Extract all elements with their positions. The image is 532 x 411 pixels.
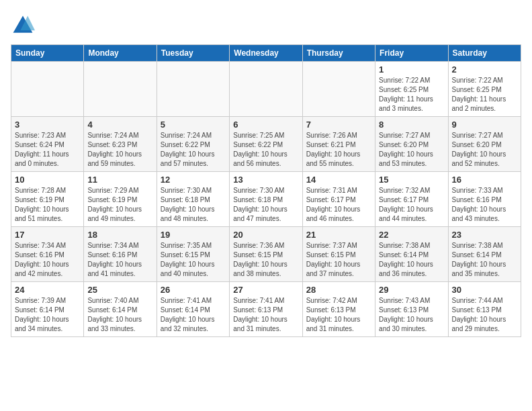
day-number: 25: [87, 285, 152, 295]
calendar-day-6: 6Sunrise: 7:25 AM Sunset: 6:22 PM Daylig…: [230, 117, 302, 172]
calendar-day-29: 29Sunrise: 7:43 AM Sunset: 6:13 PM Dayli…: [375, 282, 448, 337]
calendar-day-18: 18Sunrise: 7:34 AM Sunset: 6:16 PM Dayli…: [84, 227, 157, 282]
calendar-day-12: 12Sunrise: 7:30 AM Sunset: 6:18 PM Dayli…: [157, 172, 229, 227]
day-number: 23: [452, 230, 517, 240]
day-info: Sunrise: 7:24 AM Sunset: 6:23 PM Dayligh…: [87, 131, 152, 169]
calendar-day-5: 5Sunrise: 7:24 AM Sunset: 6:22 PM Daylig…: [157, 117, 229, 172]
calendar-day-empty: [302, 62, 375, 117]
calendar-day-27: 27Sunrise: 7:41 AM Sunset: 6:13 PM Dayli…: [230, 282, 302, 337]
calendar-day-9: 9Sunrise: 7:27 AM Sunset: 6:20 PM Daylig…: [448, 117, 521, 172]
logo: [11, 13, 38, 38]
calendar-day-16: 16Sunrise: 7:33 AM Sunset: 6:16 PM Dayli…: [448, 172, 521, 227]
day-info: Sunrise: 7:22 AM Sunset: 6:25 PM Dayligh…: [379, 76, 444, 113]
calendar-day-empty: [11, 62, 84, 117]
day-info: Sunrise: 7:34 AM Sunset: 6:16 PM Dayligh…: [15, 241, 80, 279]
day-info: Sunrise: 7:27 AM Sunset: 6:20 PM Dayligh…: [379, 131, 444, 169]
day-info: Sunrise: 7:31 AM Sunset: 6:17 PM Dayligh…: [306, 186, 371, 224]
calendar-day-13: 13Sunrise: 7:30 AM Sunset: 6:18 PM Dayli…: [230, 172, 302, 227]
page-header: [11, 11, 521, 38]
day-number: 15: [379, 175, 444, 185]
day-info: Sunrise: 7:41 AM Sunset: 6:13 PM Dayligh…: [233, 296, 298, 334]
day-info: Sunrise: 7:39 AM Sunset: 6:14 PM Dayligh…: [15, 296, 80, 334]
day-number: 10: [15, 175, 80, 185]
day-info: Sunrise: 7:42 AM Sunset: 6:13 PM Dayligh…: [306, 296, 371, 334]
day-number: 24: [15, 285, 80, 295]
col-header-monday: Monday: [84, 45, 157, 62]
calendar-day-2: 2Sunrise: 7:22 AM Sunset: 6:25 PM Daylig…: [448, 62, 521, 117]
day-info: Sunrise: 7:43 AM Sunset: 6:13 PM Dayligh…: [379, 296, 444, 334]
calendar-day-28: 28Sunrise: 7:42 AM Sunset: 6:13 PM Dayli…: [302, 282, 375, 337]
day-number: 2: [452, 64, 517, 75]
day-number: 27: [233, 285, 298, 295]
day-number: 22: [379, 230, 444, 240]
day-info: Sunrise: 7:30 AM Sunset: 6:18 PM Dayligh…: [161, 186, 226, 224]
day-number: 18: [87, 230, 152, 240]
calendar-week-row: 1Sunrise: 7:22 AM Sunset: 6:25 PM Daylig…: [11, 62, 521, 117]
day-number: 28: [306, 285, 371, 295]
col-header-saturday: Saturday: [448, 45, 521, 62]
calendar-day-4: 4Sunrise: 7:24 AM Sunset: 6:23 PM Daylig…: [84, 117, 157, 172]
calendar-week-row: 24Sunrise: 7:39 AM Sunset: 6:14 PM Dayli…: [11, 282, 521, 337]
day-info: Sunrise: 7:34 AM Sunset: 6:16 PM Dayligh…: [87, 241, 152, 279]
calendar-day-7: 7Sunrise: 7:26 AM Sunset: 6:21 PM Daylig…: [302, 117, 375, 172]
day-info: Sunrise: 7:29 AM Sunset: 6:19 PM Dayligh…: [87, 186, 152, 224]
day-number: 4: [87, 120, 152, 130]
day-number: 26: [161, 285, 226, 295]
day-info: Sunrise: 7:28 AM Sunset: 6:19 PM Dayligh…: [15, 186, 80, 224]
day-number: 21: [306, 230, 371, 240]
calendar-week-row: 10Sunrise: 7:28 AM Sunset: 6:19 PM Dayli…: [11, 172, 521, 227]
calendar-week-row: 3Sunrise: 7:23 AM Sunset: 6:24 PM Daylig…: [11, 117, 521, 172]
col-header-friday: Friday: [375, 45, 448, 62]
day-number: 6: [233, 120, 298, 130]
calendar-day-30: 30Sunrise: 7:44 AM Sunset: 6:13 PM Dayli…: [448, 282, 521, 337]
day-info: Sunrise: 7:23 AM Sunset: 6:24 PM Dayligh…: [15, 131, 80, 169]
day-number: 30: [452, 285, 517, 295]
day-number: 16: [452, 175, 517, 185]
day-info: Sunrise: 7:27 AM Sunset: 6:20 PM Dayligh…: [452, 131, 517, 169]
calendar-day-17: 17Sunrise: 7:34 AM Sunset: 6:16 PM Dayli…: [11, 227, 84, 282]
day-number: 11: [87, 175, 152, 185]
day-info: Sunrise: 7:44 AM Sunset: 6:13 PM Dayligh…: [452, 296, 517, 334]
day-number: 1: [379, 64, 444, 75]
col-header-wednesday: Wednesday: [230, 45, 302, 62]
calendar-day-23: 23Sunrise: 7:38 AM Sunset: 6:14 PM Dayli…: [448, 227, 521, 282]
day-number: 19: [161, 230, 226, 240]
day-info: Sunrise: 7:38 AM Sunset: 6:14 PM Dayligh…: [379, 241, 444, 279]
day-number: 17: [15, 230, 80, 240]
day-number: 20: [233, 230, 298, 240]
calendar-day-11: 11Sunrise: 7:29 AM Sunset: 6:19 PM Dayli…: [84, 172, 157, 227]
col-header-sunday: Sunday: [11, 45, 84, 62]
day-number: 12: [161, 175, 226, 185]
day-number: 14: [306, 175, 371, 185]
day-info: Sunrise: 7:40 AM Sunset: 6:14 PM Dayligh…: [87, 296, 152, 334]
day-number: 3: [15, 120, 80, 130]
day-number: 5: [161, 120, 226, 130]
day-number: 7: [306, 120, 371, 130]
day-info: Sunrise: 7:22 AM Sunset: 6:25 PM Dayligh…: [452, 76, 517, 113]
day-info: Sunrise: 7:41 AM Sunset: 6:14 PM Dayligh…: [161, 296, 226, 334]
day-number: 8: [379, 120, 444, 130]
day-info: Sunrise: 7:32 AM Sunset: 6:17 PM Dayligh…: [379, 186, 444, 224]
day-number: 29: [379, 285, 444, 295]
day-info: Sunrise: 7:25 AM Sunset: 6:22 PM Dayligh…: [233, 131, 298, 169]
day-info: Sunrise: 7:36 AM Sunset: 6:15 PM Dayligh…: [233, 241, 298, 279]
calendar-day-8: 8Sunrise: 7:27 AM Sunset: 6:20 PM Daylig…: [375, 117, 448, 172]
calendar-day-3: 3Sunrise: 7:23 AM Sunset: 6:24 PM Daylig…: [11, 117, 84, 172]
calendar-day-19: 19Sunrise: 7:35 AM Sunset: 6:15 PM Dayli…: [157, 227, 229, 282]
calendar-day-21: 21Sunrise: 7:37 AM Sunset: 6:15 PM Dayli…: [302, 227, 375, 282]
calendar-day-22: 22Sunrise: 7:38 AM Sunset: 6:14 PM Dayli…: [375, 227, 448, 282]
calendar-day-20: 20Sunrise: 7:36 AM Sunset: 6:15 PM Dayli…: [230, 227, 302, 282]
calendar-day-empty: [230, 62, 302, 117]
col-header-thursday: Thursday: [302, 45, 375, 62]
calendar-day-empty: [157, 62, 229, 117]
col-header-tuesday: Tuesday: [157, 45, 229, 62]
day-info: Sunrise: 7:35 AM Sunset: 6:15 PM Dayligh…: [161, 241, 226, 279]
calendar-day-10: 10Sunrise: 7:28 AM Sunset: 6:19 PM Dayli…: [11, 172, 84, 227]
calendar-day-26: 26Sunrise: 7:41 AM Sunset: 6:14 PM Dayli…: [157, 282, 229, 337]
calendar-week-row: 17Sunrise: 7:34 AM Sunset: 6:16 PM Dayli…: [11, 227, 521, 282]
calendar-day-14: 14Sunrise: 7:31 AM Sunset: 6:17 PM Dayli…: [302, 172, 375, 227]
day-info: Sunrise: 7:24 AM Sunset: 6:22 PM Dayligh…: [161, 131, 226, 169]
day-number: 13: [233, 175, 298, 185]
calendar-day-24: 24Sunrise: 7:39 AM Sunset: 6:14 PM Dayli…: [11, 282, 84, 337]
day-info: Sunrise: 7:33 AM Sunset: 6:16 PM Dayligh…: [452, 186, 517, 224]
